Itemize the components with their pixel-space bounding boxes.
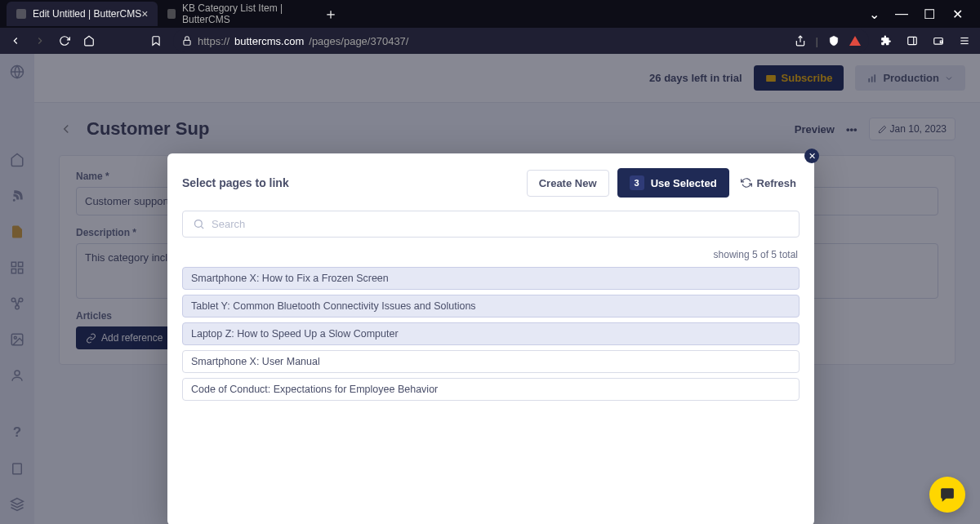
- url-path: /pages/page/370437/: [309, 35, 408, 47]
- svg-line-27: [201, 226, 203, 229]
- address-bar[interactable]: https://buttercms.com/pages/page/370437/…: [173, 29, 869, 52]
- modal-close-button[interactable]: ✕: [804, 149, 819, 163]
- url-host: buttercms.com: [234, 35, 304, 47]
- brave-rewards-icon[interactable]: [849, 36, 861, 46]
- create-new-button[interactable]: Create New: [527, 170, 609, 197]
- maximize-button[interactable]: ☐: [923, 7, 936, 22]
- chat-icon: [938, 486, 956, 504]
- page-row[interactable]: Smartphone X: How to Fix a Frozen Screen: [182, 267, 800, 290]
- tab-title: KB Category List Item | ButterCMS: [182, 2, 303, 25]
- page-row[interactable]: Tablet Y: Common Bluetooth Connectivity …: [182, 295, 800, 318]
- nav-forward-button[interactable]: [33, 33, 47, 48]
- bookmark-icon[interactable]: [149, 33, 163, 48]
- close-window-button[interactable]: ✕: [951, 7, 964, 22]
- panel-icon[interactable]: [905, 33, 920, 48]
- new-tab-button[interactable]: ＋: [319, 2, 342, 25]
- home-button[interactable]: [82, 33, 96, 48]
- menu-icon[interactable]: [957, 33, 972, 48]
- intercom-button[interactable]: [929, 477, 965, 513]
- selected-count-badge: 3: [630, 175, 644, 190]
- modal-title: Select pages to link: [182, 176, 289, 189]
- lock-icon: [181, 35, 193, 47]
- search-field[interactable]: [182, 211, 800, 238]
- browser-tab-inactive[interactable]: KB Category List Item | ButterCMS: [158, 2, 313, 26]
- nav-back-button[interactable]: [8, 33, 23, 48]
- page-row[interactable]: Laptop Z: How to Speed Up a Slow Compute…: [182, 322, 800, 345]
- result-count: showing 5 of 5 total: [184, 249, 798, 260]
- url-prefix: https://: [198, 35, 229, 47]
- minimize-button[interactable]: —: [895, 7, 908, 22]
- browser-tab-active[interactable]: Edit Untitled | ButterCMS ×: [7, 2, 158, 26]
- link-pages-modal: ✕ Select pages to link Create New 3 Use …: [167, 153, 814, 524]
- refresh-icon: [741, 177, 752, 189]
- chevron-down-icon[interactable]: ⌄: [867, 7, 880, 22]
- tab-title: Edit Untitled | ButterCMS: [33, 8, 141, 20]
- extensions-icon[interactable]: [879, 33, 893, 48]
- favicon-icon: [167, 9, 176, 19]
- svg-rect-0: [184, 40, 190, 45]
- search-input[interactable]: [212, 218, 789, 230]
- favicon-icon: [16, 9, 26, 19]
- share-icon[interactable]: [795, 35, 806, 47]
- close-icon[interactable]: ×: [141, 7, 148, 20]
- reload-button[interactable]: [57, 33, 72, 48]
- svg-point-26: [195, 220, 203, 228]
- wallet-icon[interactable]: [931, 33, 946, 48]
- search-icon: [193, 218, 205, 230]
- brave-shield-icon[interactable]: [828, 35, 840, 47]
- page-row[interactable]: Code of Conduct: Expectations for Employ…: [182, 378, 800, 401]
- use-selected-button[interactable]: 3 Use Selected: [617, 168, 729, 198]
- refresh-button[interactable]: Refresh: [737, 172, 800, 194]
- svg-rect-2: [908, 37, 917, 44]
- page-row[interactable]: Smartphone X: User Manual: [182, 350, 800, 373]
- page-list: Smartphone X: How to Fix a Frozen Screen…: [182, 267, 800, 401]
